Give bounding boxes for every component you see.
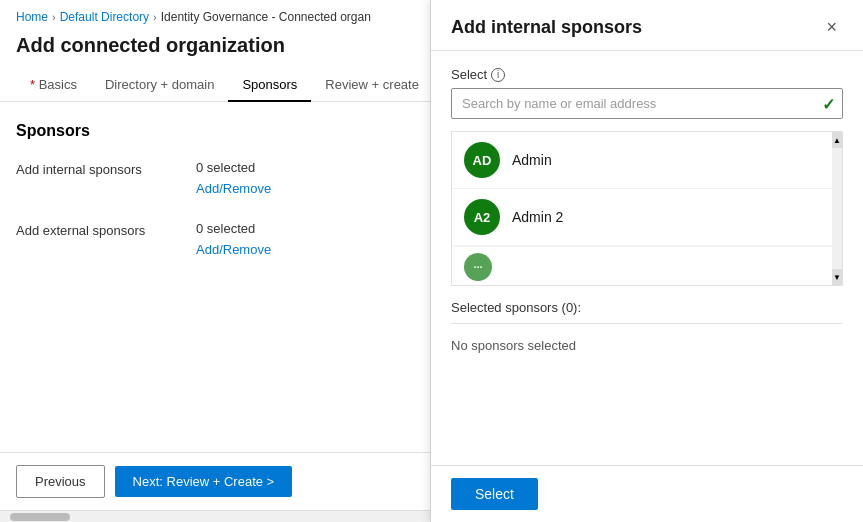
- page-title: Add connected organization: [0, 30, 430, 69]
- panel-body: Select i ✓ AD Admin A2 Admin 2: [431, 51, 863, 465]
- external-add-remove-link[interactable]: Add/Remove: [196, 242, 271, 257]
- user-partial-avatar: ···: [464, 253, 492, 281]
- scrollbar-down-btn[interactable]: ▼: [832, 269, 842, 285]
- content-area: Sponsors Add internal sponsors 0 selecte…: [0, 102, 430, 452]
- user-item-admin2[interactable]: A2 Admin 2: [452, 189, 842, 246]
- breadcrumb-home[interactable]: Home: [16, 10, 48, 24]
- select-button[interactable]: Select: [451, 478, 538, 510]
- footer-bar: Previous Next: Review + Create >: [0, 452, 430, 510]
- tab-review-create[interactable]: Review + create: [311, 69, 433, 102]
- horizontal-scrollbar[interactable]: [0, 510, 430, 522]
- user-item-admin[interactable]: AD Admin: [452, 132, 842, 189]
- tab-directory-domain[interactable]: Directory + domain: [91, 69, 228, 102]
- user-avatar-admin2: A2: [464, 199, 500, 235]
- main-page: Home › Default Directory › Identity Gove…: [0, 0, 430, 522]
- external-sponsors-row: Add external sponsors 0 selected Add/Rem…: [16, 221, 414, 258]
- select-info-icon[interactable]: i: [491, 68, 505, 82]
- breadcrumb: Home › Default Directory › Identity Gove…: [0, 0, 430, 30]
- breadcrumb-sep-1: ›: [52, 11, 56, 23]
- selected-section: Selected sponsors (0): No sponsors selec…: [451, 300, 843, 357]
- internal-sponsors-count: 0 selected: [196, 160, 414, 175]
- search-container: ✓: [451, 88, 843, 119]
- selected-divider: [451, 323, 843, 324]
- external-sponsors-label: Add external sponsors: [16, 221, 196, 238]
- panel-footer: Select: [431, 465, 863, 522]
- user-list: AD Admin A2 Admin 2 ··· ▲: [451, 131, 843, 286]
- panel-header: Add internal sponsors ×: [431, 0, 863, 51]
- external-sponsors-info: 0 selected Add/Remove: [196, 221, 414, 258]
- internal-sponsors-row: Add internal sponsors 0 selected Add/Rem…: [16, 160, 414, 197]
- external-sponsors-count: 0 selected: [196, 221, 414, 236]
- tabs-bar: Basics Directory + domain Sponsors Revie…: [0, 69, 430, 102]
- previous-button[interactable]: Previous: [16, 465, 105, 498]
- selected-sponsors-title: Selected sponsors (0):: [451, 300, 843, 315]
- list-scrollbar: ▲ ▼: [832, 132, 842, 285]
- internal-sponsors-info: 0 selected Add/Remove: [196, 160, 414, 197]
- user-name-admin: Admin: [512, 152, 552, 168]
- search-check-icon: ✓: [822, 94, 835, 113]
- no-sponsors-text: No sponsors selected: [451, 334, 843, 357]
- breadcrumb-directory[interactable]: Default Directory: [60, 10, 149, 24]
- internal-sponsors-label: Add internal sponsors: [16, 160, 196, 177]
- tab-basics[interactable]: Basics: [16, 69, 91, 102]
- user-name-admin2: Admin 2: [512, 209, 563, 225]
- user-partial-item: ···: [452, 246, 842, 285]
- user-avatar-admin: AD: [464, 142, 500, 178]
- scrollbar-thumb: [10, 513, 70, 521]
- breadcrumb-sep-2: ›: [153, 11, 157, 23]
- next-button[interactable]: Next: Review + Create >: [115, 466, 293, 497]
- breadcrumb-current: Identity Governance - Connected organ: [161, 10, 371, 24]
- sponsors-section-title: Sponsors: [16, 122, 414, 140]
- panel-close-button[interactable]: ×: [820, 16, 843, 38]
- internal-add-remove-link[interactable]: Add/Remove: [196, 181, 271, 196]
- search-input[interactable]: [451, 88, 843, 119]
- add-internal-sponsors-panel: Add internal sponsors × Select i ✓ AD Ad…: [430, 0, 863, 522]
- tab-sponsors[interactable]: Sponsors: [228, 69, 311, 102]
- panel-title: Add internal sponsors: [451, 17, 642, 38]
- select-label: Select i: [451, 67, 843, 82]
- scrollbar-up-btn[interactable]: ▲: [832, 132, 842, 148]
